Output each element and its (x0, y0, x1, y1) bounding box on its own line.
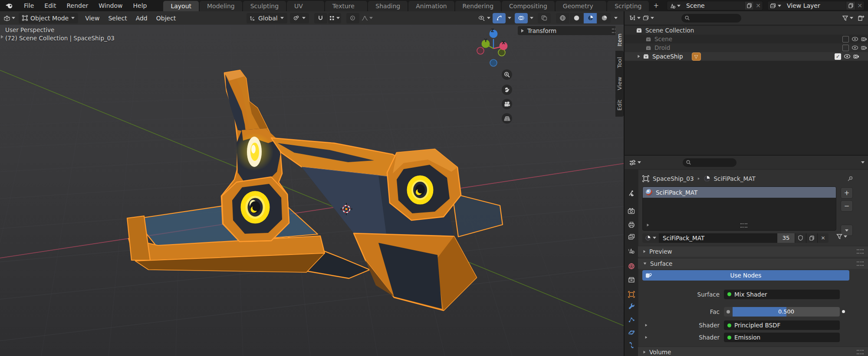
tab-object[interactable] (627, 290, 636, 299)
outliner-row-spaceship[interactable]: SpaceShip ▽ ✓ (625, 52, 868, 61)
add-slot-button[interactable]: + (841, 187, 853, 199)
fac-socket-button[interactable] (724, 307, 733, 317)
camera-restrict-icon[interactable] (861, 45, 867, 50)
material-slot-list[interactable]: SciFiPack_MAT (642, 186, 836, 231)
tab-object-data[interactable] (627, 354, 636, 356)
shading-dropdown[interactable] (614, 17, 618, 19)
tab-modifiers[interactable] (627, 301, 636, 310)
eye-icon[interactable] (852, 45, 858, 50)
snap-toggle[interactable] (314, 13, 327, 23)
unlink-material-button[interactable]: ✕ (817, 233, 829, 243)
workspace-tab-texture-paint[interactable]: Texture Paint (325, 1, 368, 11)
tab-particles[interactable] (627, 315, 636, 324)
new-collection-button[interactable] (858, 15, 865, 21)
tab-render[interactable] (627, 206, 636, 216)
menu-file[interactable]: File (19, 0, 39, 11)
camera-view-button[interactable] (502, 99, 512, 109)
properties-options-dropdown[interactable] (861, 161, 865, 163)
menu-window[interactable]: Window (93, 0, 128, 11)
tab-physics[interactable] (627, 328, 636, 337)
snap-target-dropdown[interactable] (328, 13, 341, 23)
expand-arrow[interactable] (638, 55, 640, 58)
sidebar-tab-tool[interactable]: Tool (615, 51, 624, 74)
workspace-tab-uv-editing[interactable]: UV Editing (287, 1, 324, 11)
menu-view[interactable]: View (81, 13, 104, 23)
material-slot-selected[interactable]: SciFiPack_MAT (643, 187, 836, 198)
outliner-row-scene-collection[interactable]: Scene Collection (625, 26, 868, 35)
tab-constraints[interactable] (627, 340, 636, 349)
filter-icon[interactable] (842, 16, 848, 21)
new-view-layer-button[interactable] (846, 2, 855, 10)
navigation-gizmo[interactable] (474, 26, 514, 69)
menu-object[interactable]: Object (152, 13, 181, 23)
eye-icon[interactable] (844, 54, 851, 59)
mode-dropdown[interactable]: Object Mode (19, 13, 78, 23)
remove-slot-button[interactable]: − (841, 200, 853, 212)
eye-icon[interactable] (852, 36, 858, 42)
workspace-tab-scripting[interactable]: Scripting (607, 1, 649, 11)
show-overlays-toggle[interactable] (515, 13, 528, 23)
object-visibility-dropdown[interactable] (477, 13, 492, 23)
workspace-tab-shading[interactable]: Shading (368, 1, 408, 11)
sidebar-tab-edit[interactable]: Edit (615, 93, 624, 117)
tab-world[interactable] (627, 261, 636, 271)
workspace-tab-modeling[interactable]: Modeling (200, 1, 242, 11)
proportional-editing-toggle[interactable] (346, 13, 359, 23)
workspace-tab-rendering[interactable]: Rendering (455, 1, 501, 11)
overlays-dropdown[interactable] (530, 17, 533, 19)
unlink-scene-button[interactable]: ✕ (753, 2, 763, 10)
shading-wireframe-button[interactable] (556, 13, 569, 23)
tab-tool[interactable] (627, 189, 636, 198)
menu-edit[interactable]: Edit (39, 0, 61, 11)
viewport-canvas[interactable]: User Perspective (72) Scene Collection |… (0, 25, 624, 356)
menu-help[interactable]: Help (128, 0, 152, 11)
slot-list-expand-arrow[interactable] (647, 224, 649, 226)
material-specials-dropdown[interactable] (836, 234, 847, 239)
properties-editor-type-button[interactable] (629, 160, 641, 166)
proportional-falloff-dropdown[interactable] (360, 13, 374, 23)
fac-slider[interactable]: 0.500 (733, 307, 840, 317)
use-nodes-button[interactable]: Use Nodes (642, 270, 849, 281)
new-scene-button[interactable] (744, 2, 753, 10)
fake-user-button[interactable] (795, 233, 806, 243)
shading-rendered-button[interactable] (598, 13, 611, 23)
tab-scene[interactable] (627, 246, 636, 255)
transform-panel-header[interactable]: Transform (518, 26, 622, 35)
tab-view-layer[interactable] (627, 232, 636, 242)
shader2-dropdown[interactable]: Emission (724, 333, 840, 342)
xray-toggle[interactable] (538, 13, 551, 23)
pan-button[interactable] (502, 85, 512, 95)
panel-preview[interactable]: Preview (638, 246, 868, 257)
browse-material-button[interactable] (642, 233, 659, 243)
exclude-checkbox[interactable] (842, 36, 849, 42)
panel-volume[interactable]: Volume (638, 346, 868, 356)
workspace-tab-geometry-nodes[interactable]: Geometry Nodes (556, 1, 606, 11)
users-count-button[interactable]: 35 (777, 233, 795, 243)
toggle-ortho-button[interactable] (502, 113, 512, 124)
workspace-tab-sculpting[interactable]: Sculpting (243, 1, 286, 11)
new-material-button[interactable] (806, 233, 817, 243)
tab-collection[interactable] (627, 275, 636, 284)
outliner-row-scene[interactable]: Scene (625, 35, 868, 43)
panel-surface[interactable]: Surface (638, 258, 868, 269)
fac-keyframe-dot[interactable] (842, 310, 845, 313)
filter-dropdown[interactable] (850, 17, 853, 19)
breadcrumb-material[interactable]: SciFiPack_MAT (714, 175, 756, 182)
scene-selector[interactable]: Scene ✕ (667, 1, 763, 10)
camera-restrict-icon[interactable] (861, 36, 867, 42)
blender-logo-icon[interactable] (0, 3, 19, 9)
remove-view-layer-button[interactable]: ✕ (855, 2, 864, 10)
outliner-row-droid[interactable]: Droid (625, 43, 868, 52)
properties-search-input[interactable] (683, 158, 736, 167)
menu-select[interactable]: Select (104, 13, 131, 23)
sidebar-tab-view[interactable]: View (615, 71, 624, 96)
add-workspace-button[interactable]: + (650, 1, 662, 11)
pivot-point-dropdown[interactable] (290, 13, 309, 23)
outliner-editor-type-button[interactable] (629, 15, 641, 21)
shader1-dropdown[interactable]: Principled BSDF (724, 320, 840, 330)
camera-restrict-icon[interactable] (853, 54, 859, 59)
sidebar-tab-item[interactable]: Item (615, 26, 624, 54)
gizmo-dropdown[interactable] (508, 17, 511, 19)
zoom-button[interactable] (502, 69, 512, 80)
transform-orientation-dropdown[interactable]: Global (247, 13, 287, 23)
